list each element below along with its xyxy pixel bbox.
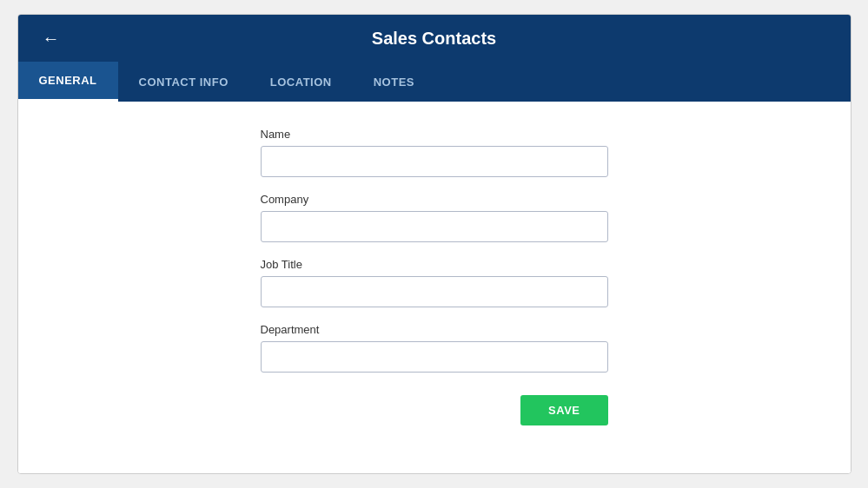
header: ← Sales Contacts <box>18 15 851 62</box>
content-area: Name Company Job Title Department SAVE <box>18 102 851 473</box>
tab-location[interactable]: LOCATION <box>249 62 353 102</box>
back-icon: ← <box>43 29 60 49</box>
tab-general[interactable]: GENERAL <box>18 62 118 102</box>
tab-contact-info[interactable]: CONTACT INFO <box>118 62 249 102</box>
department-label: Department <box>261 323 608 336</box>
job-title-label: Job Title <box>261 258 608 271</box>
back-button[interactable]: ← <box>36 25 67 52</box>
tab-bar: GENERAL CONTACT INFO LOCATION NOTES <box>18 62 851 102</box>
department-field-group: Department <box>261 323 608 373</box>
save-row: SAVE <box>261 395 608 425</box>
name-label: Name <box>261 128 608 141</box>
job-title-field-group: Job Title <box>261 258 608 307</box>
tab-notes[interactable]: NOTES <box>353 62 435 102</box>
name-field-group: Name <box>261 128 608 177</box>
department-input[interactable] <box>261 341 608 373</box>
page-title: Sales Contacts <box>372 29 496 49</box>
general-form: Name Company Job Title Department SAVE <box>261 128 608 425</box>
name-input[interactable] <box>261 146 608 177</box>
save-button[interactable]: SAVE <box>520 395 607 425</box>
job-title-input[interactable] <box>261 276 608 307</box>
company-input[interactable] <box>261 211 608 242</box>
main-window: ← Sales Contacts GENERAL CONTACT INFO LO… <box>17 14 851 474</box>
company-field-group: Company <box>261 193 608 242</box>
company-label: Company <box>261 193 608 206</box>
